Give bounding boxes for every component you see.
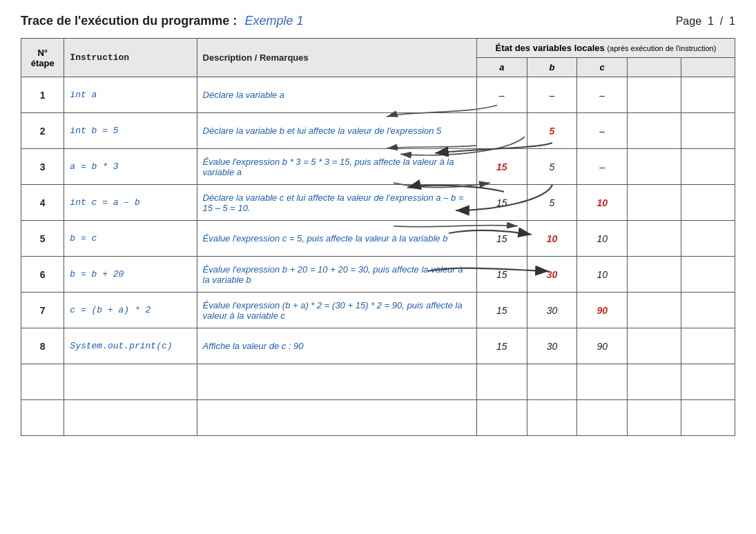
title-text: Trace de l'exécution du programme : [21,14,237,28]
empty-cell [628,400,681,436]
table-row: 5b = cÉvalue l'expression c = 5, puis af… [21,221,735,257]
instruction-cell: a = b * 3 [64,149,197,185]
instruction-cell: c = (b + a) * 2 [64,293,197,328]
step-cell: 2 [21,113,64,149]
var-c-cell: 10 [577,257,628,293]
extra-cell-1 [628,77,681,113]
var-b-cell: 30 [527,257,577,293]
trace-table: N°étape Instruction Description / Remarq… [21,38,735,436]
empty-cell [21,364,64,400]
page-total: 1 [729,15,735,27]
empty-row [21,364,735,400]
step-cell: 3 [21,149,64,185]
extra-cell-2 [681,149,735,185]
col-instruction-header: Instruction [64,39,197,77]
var-a-cell: – [476,77,527,113]
instruction-cell: int c = a – b [64,185,197,221]
extra-cell-1 [628,185,681,221]
table-row: 1int aDéclare la variable a––– [21,77,735,113]
table-wrapper: N°étape Instruction Description / Remarq… [21,38,735,436]
var-c-cell: – [577,149,628,185]
instruction-cell: b = b + 20 [64,257,197,293]
extra-cell-2 [681,257,735,293]
table-row: 6b = b + 20Évalue l'expression b + 20 = … [21,257,735,293]
var-a-cell: 15 [476,257,527,293]
page-title: Trace de l'exécution du programme : Exem… [21,14,303,28]
var-a-cell: 15 [476,328,527,364]
var-a-cell: 15 [476,293,527,328]
description-cell: Évalue l'expression (b + a) * 2 = (30 + … [197,293,476,328]
var-b-cell: 5 [527,149,577,185]
var-c-cell: 90 [577,293,628,328]
var-c-cell: 10 [577,221,628,257]
description-cell: Évalue l'expression b + 20 = 10 + 20 = 3… [197,257,476,293]
col-step-header: N°étape [21,39,64,77]
instruction-cell: b = c [64,221,197,257]
table-row: 8System.out.print(c)Affiche la valeur de… [21,328,735,364]
var-c-cell: – [577,113,628,149]
table-row: 7c = (b + a) * 2Évalue l'expression (b +… [21,293,735,328]
col-description-header: Description / Remarques [197,39,476,77]
table-row: 3a = b * 3Évalue l'expression b * 3 = 5 … [21,149,735,185]
extra-cell-2 [681,293,735,328]
col-extra2-header [681,58,735,77]
extra-cell-1 [628,293,681,328]
empty-cell [197,364,476,400]
description-cell: Déclare la variable b et lui affecte la … [197,113,476,149]
empty-cell [577,364,628,400]
var-b-cell: 10 [527,221,577,257]
var-b-cell: 30 [527,328,577,364]
empty-cell [681,364,735,400]
step-cell: 4 [21,185,64,221]
extra-cell-2 [681,328,735,364]
description-cell: Déclare la variable a [197,77,476,113]
col-a-header: a [476,58,527,77]
empty-cell [527,364,577,400]
empty-cell [577,400,628,436]
empty-row [21,400,735,436]
header-row-1: N°étape Instruction Description / Remarq… [21,39,735,58]
empty-cell [197,400,476,436]
var-b-cell: 5 [527,113,577,149]
extra-cell-1 [628,257,681,293]
page-label: Page [676,15,701,27]
page-number: Page 1 / 1 [676,15,735,28]
page-header: Trace de l'exécution du programme : Exem… [21,14,735,28]
instruction-cell: System.out.print(c) [64,328,197,364]
subtitle-text: Exemple 1 [244,14,303,28]
var-a-cell: 15 [476,185,527,221]
empty-cell [681,400,735,436]
instruction-cell: int a [64,77,197,113]
step-cell: 6 [21,257,64,293]
empty-cell [64,364,197,400]
empty-cell [21,400,64,436]
extra-cell-1 [628,221,681,257]
var-c-cell: 90 [577,328,628,364]
empty-cell [628,364,681,400]
extra-cell-2 [681,77,735,113]
col-extra1-header [628,58,681,77]
step-cell: 8 [21,328,64,364]
var-b-cell: 5 [527,185,577,221]
empty-cell [476,400,527,436]
step-cell: 1 [21,77,64,113]
empty-cell [64,400,197,436]
etat-header: État des variables locales (après exécut… [476,39,735,58]
step-cell: 5 [21,221,64,257]
description-cell: Évalue l'expression c = 5, puis affecte … [197,221,476,257]
description-cell: Évalue l'expression b * 3 = 5 * 3 = 15, … [197,149,476,185]
page-current: 1 [708,15,714,27]
extra-cell-2 [681,185,735,221]
var-a-cell: 15 [476,149,527,185]
col-b-header: b [527,58,577,77]
table-row: 2int b = 5Déclare la variable b et lui a… [21,113,735,149]
extra-cell-1 [628,149,681,185]
col-c-header: c [577,58,628,77]
var-b-cell: – [527,77,577,113]
empty-cell [476,364,527,400]
table-row: 4int c = a – bDéclare la variable c et l… [21,185,735,221]
extra-cell-2 [681,113,735,149]
var-a-cell: 15 [476,221,527,257]
page-sep: / [720,15,723,27]
instruction-cell: int b = 5 [64,113,197,149]
